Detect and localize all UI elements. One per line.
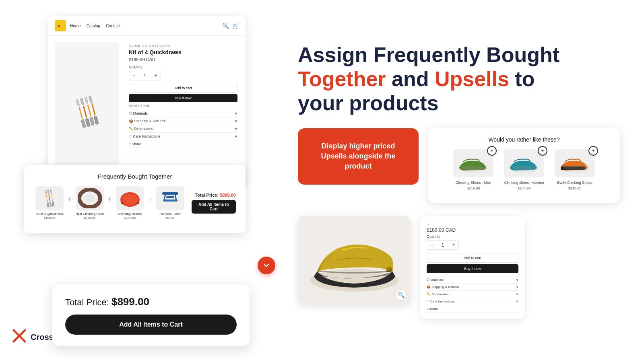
store-logo: S — [55, 20, 66, 31]
fbt-product-3: Climbing Helmet $149.95 — [114, 186, 146, 220]
search-icon[interactable]: 🔍 — [222, 23, 229, 29]
shoe-qty-label: Quantity — [427, 234, 518, 239]
fbt-products: Kit of 4 Quickdraws $199.99 + Nçal Climb… — [34, 186, 236, 220]
shipping-chevron: ∨ — [235, 119, 237, 123]
shoe-qty-control[interactable]: − 1 + — [427, 240, 459, 250]
fbt-plus-3: + — [148, 195, 152, 203]
upsell-product-1-img: + — [453, 149, 493, 177]
nav-home[interactable]: Home — [70, 24, 81, 28]
brand-label: CLIMBING OUTDOORS — [129, 44, 237, 47]
cards-row: Display higher priced Upsells alongside … — [298, 128, 620, 203]
share-label: ↑ Share — [129, 142, 141, 146]
shoe-ship-chevron: ∨ — [516, 285, 518, 289]
upsell-product-1-price: $219.00 — [467, 186, 480, 190]
headline: Assign Frequently Bought Together and Up… — [298, 43, 620, 115]
fbt-plus-1: + — [68, 195, 71, 203]
fbt-product-4-price: $0.00 — [166, 216, 174, 220]
expanded-total-label: Total Price: — [65, 297, 109, 307]
upsell-add-icon-3[interactable]: + — [588, 146, 598, 156]
fbt-plus-2: + — [108, 195, 111, 203]
quantity-control[interactable]: − 1 + — [129, 71, 161, 80]
to-text: to — [509, 67, 535, 90]
fbt-total-text: Total Price: $899.00 — [195, 193, 236, 197]
fbt-product-3-img — [116, 186, 144, 210]
nav-contact[interactable]: Contact — [106, 24, 120, 28]
store-mockup: S Home Catalog Contact 🔍 🛒 — [48, 16, 246, 185]
shoe-image — [302, 224, 407, 296]
shoe-dims-label: ✏️ Dimensions — [427, 292, 448, 296]
materials-chevron: ∨ — [235, 111, 237, 115]
svg-rect-8 — [166, 196, 174, 198]
fbt-product-4: Harness - Men $0.00 — [154, 186, 186, 220]
shoe-care-chevron: ∨ — [516, 300, 518, 303]
accordion-shipping[interactable]: 📦 Shipping & Returns∨ — [129, 117, 237, 125]
fbt-expanded-add-btn[interactable]: Add All Items to Cart — [65, 315, 237, 335]
right-section: Assign Frequently Bought Together and Up… — [298, 43, 620, 319]
accordion-dimensions[interactable]: ✏️ Dimensions∨ — [129, 125, 237, 133]
upsell-product-3: + Evolv Climbing Shoes $245.00 — [553, 149, 597, 190]
upsell-title: Would you rather like these? — [438, 136, 610, 143]
upsell-widget: Would you rather like these? + Climbing … — [428, 128, 620, 203]
store-header: S Home Catalog Contact 🔍 🛒 — [48, 16, 246, 36]
qty-plus[interactable]: + — [151, 71, 161, 80]
nav-catalog[interactable]: Catalog — [87, 24, 100, 28]
fbt-product-1-img — [35, 186, 64, 210]
shoe-share[interactable]: ↑ Share — [427, 305, 518, 313]
qty-minus[interactable]: − — [129, 71, 139, 80]
shoe-brand: ⋯ — [427, 222, 518, 226]
materials-label: ⬡ Materials — [129, 111, 148, 115]
crosssell-svg-icon — [12, 329, 27, 343]
total-label: Total Price: — [195, 193, 219, 197]
shoe-accordion: ⬡ Materials∨ 📦 Shipping & Returns∨ ✏️ Di… — [427, 276, 518, 313]
fbt-expanded-total: Total Price: $899.00 — [65, 296, 237, 308]
qty-value: 1 — [139, 73, 151, 78]
store-icons: 🔍 🛒 — [222, 23, 239, 29]
product-details: CLIMBING OUTDOORS Kit of 4 Quickdraws $1… — [127, 42, 239, 181]
store-nav: Home Catalog Contact — [70, 24, 120, 28]
svg-point-13 — [512, 166, 536, 171]
svg-rect-9 — [163, 200, 178, 202]
buy-now-btn[interactable]: Buy it now — [129, 94, 237, 102]
accordion-care[interactable]: ♡ Care Instructions∨ — [129, 133, 237, 140]
fbt-product-1-name: Kit of 4 Quickdraws — [36, 212, 64, 216]
shoe-detail-panel: ⋯ $189.00 CAD Quantity − 1 + Add to cart… — [420, 216, 525, 319]
fbt-add-btn[interactable]: Add All Items to Cart — [192, 200, 236, 214]
zoom-icon[interactable]: 🔍 — [395, 289, 407, 300]
quantity-label: Quantity — [129, 65, 237, 69]
dimensions-label: ✏️ Dimensions — [129, 127, 153, 131]
accordion-materials[interactable]: ⬡ Materials∨ — [129, 110, 237, 117]
upsell-add-icon-2[interactable]: + — [538, 146, 547, 156]
shoe-add-cart[interactable]: Add to cart — [427, 253, 518, 263]
care-chevron: ∨ — [235, 134, 237, 138]
shoe-dimensions[interactable]: ✏️ Dimensions∨ — [427, 291, 518, 298]
shoe-qty-plus[interactable]: + — [449, 241, 458, 249]
down-arrow-btn[interactable] — [258, 257, 275, 274]
upsell-product-1: + Climbing Shoes - Men $219.00 — [451, 149, 495, 190]
fbt-product-3-price: $149.95 — [124, 216, 136, 220]
shoe-qty-minus[interactable]: − — [427, 241, 437, 249]
svg-point-16 — [563, 166, 587, 171]
upsell-product-2-img: + — [504, 149, 544, 177]
add-to-cart-btn[interactable]: Add to cart — [129, 84, 237, 93]
page-container: S Home Catalog Contact 🔍 🛒 — [0, 0, 644, 362]
expanded-total-price: $899.00 — [111, 296, 149, 308]
fbt-total-section: Total Price: $899.00 Add All Items to Ca… — [192, 193, 236, 214]
upsell-add-icon-1[interactable]: + — [487, 146, 497, 156]
svg-point-11 — [461, 166, 485, 171]
total-price: $899.00 — [220, 193, 236, 197]
accordion-share[interactable]: ↑ Share — [129, 140, 237, 148]
headline-line3: your products — [298, 91, 620, 115]
shoe-care[interactable]: ♡ Care Instructions∨ — [427, 298, 518, 305]
shoe-materials-label: ⬡ Materials — [427, 278, 444, 282]
svg-point-6 — [122, 194, 138, 205]
product-title: Kit of 4 Quickdraws — [129, 49, 237, 56]
shoe-shipping[interactable]: 📦 Shipping & Returns∨ — [427, 284, 518, 291]
fbt-product-3-name: Climbing Helmet — [118, 212, 142, 216]
fbt-product-2: Nçal Climbing Rope $299.00 — [74, 186, 105, 220]
shoe-shipping-label: 📦 Shipping & Returns — [427, 285, 459, 289]
upsell-product-3-img: + — [555, 149, 595, 177]
cart-icon[interactable]: 🛒 — [232, 23, 239, 29]
shoe-dims-chevron: ∨ — [516, 292, 518, 296]
shoe-materials[interactable]: ⬡ Materials∨ — [427, 276, 518, 284]
shoe-buy-now[interactable]: Buy it now — [427, 264, 518, 273]
